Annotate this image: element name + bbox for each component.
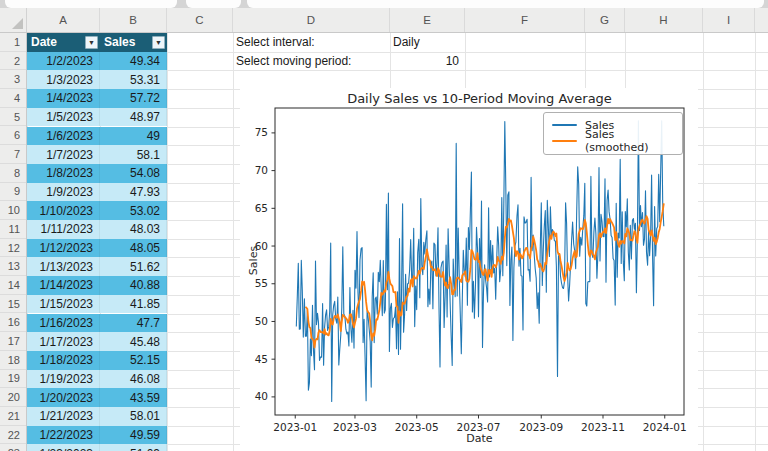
row-header-12[interactable]: 12: [0, 239, 26, 258]
table-cell-date[interactable]: 1/19/2023: [27, 370, 100, 389]
row-header-23[interactable]: 23: [0, 444, 26, 451]
formula-bar[interactable]: [247, 0, 764, 8]
table-cell-sales[interactable]: 46.08: [100, 370, 167, 389]
row-header-11[interactable]: 11: [0, 220, 26, 239]
y-tick-label: 50: [255, 315, 268, 327]
table-cell-sales[interactable]: 49.34: [100, 52, 167, 71]
row-header-8[interactable]: 8: [0, 164, 26, 183]
cell-D1-select-interval-label[interactable]: Select interval:: [233, 33, 390, 52]
table-cell-sales[interactable]: 48.03: [100, 220, 167, 239]
column-header-D[interactable]: D: [233, 8, 390, 32]
legend-item-smoothed: Sales (smoothed): [552, 133, 674, 149]
table-cell-sales[interactable]: 58.01: [100, 407, 167, 426]
row-header-3[interactable]: 3: [0, 70, 26, 89]
table-cell-date[interactable]: 1/12/2023: [27, 239, 100, 258]
chart-y-axis-label: Sales: [247, 236, 260, 286]
row-header-5[interactable]: 5: [0, 108, 26, 127]
table-cell-sales[interactable]: 58.1: [100, 145, 167, 164]
table-cell-date[interactable]: 1/18/2023: [27, 351, 100, 370]
table-cell-date[interactable]: 1/11/2023: [27, 220, 100, 239]
row-header-20[interactable]: 20: [0, 388, 26, 407]
column-header-F[interactable]: F: [465, 8, 585, 32]
table-cell-sales[interactable]: 57.72: [100, 89, 167, 108]
table-cell-sales[interactable]: 47.7: [100, 314, 167, 333]
column-header-I[interactable]: I: [703, 8, 755, 32]
table-cell-date[interactable]: 1/4/2023: [27, 89, 100, 108]
table-cell-sales[interactable]: 48.97: [100, 108, 167, 127]
table-cell-date[interactable]: 1/21/2023: [27, 407, 100, 426]
table-cell-sales[interactable]: 40.88: [100, 276, 167, 295]
row-header-18[interactable]: 18: [0, 351, 26, 370]
sales-chart-object[interactable]: 40455055606570752023-012023-032023-05202…: [240, 88, 698, 451]
row-header-16[interactable]: 16: [0, 314, 26, 333]
row-header-22[interactable]: 22: [0, 426, 26, 445]
table-cell-date[interactable]: 1/17/2023: [27, 332, 100, 351]
table-cell-sales[interactable]: 53.31: [100, 70, 167, 89]
row-header-14[interactable]: 14: [0, 276, 26, 295]
table-cell-date[interactable]: 1/16/2023: [27, 314, 100, 333]
table-cell-date[interactable]: 1/3/2023: [27, 70, 100, 89]
column-header-E[interactable]: E: [390, 8, 465, 32]
name-box[interactable]: [5, 0, 177, 8]
row-header-4[interactable]: 4: [0, 89, 26, 108]
row-header-13[interactable]: 13: [0, 257, 26, 276]
select-all-triangle-icon: [12, 18, 23, 29]
y-tick-label: 75: [255, 126, 268, 138]
row-header-19[interactable]: 19: [0, 370, 26, 389]
column-header-B[interactable]: B: [100, 8, 167, 32]
row-header-9[interactable]: 9: [0, 183, 26, 202]
table-cell-sales[interactable]: 48.05: [100, 239, 167, 258]
column-header-H[interactable]: H: [625, 8, 703, 32]
row-header-21[interactable]: 21: [0, 407, 26, 426]
y-tick-label: 40: [255, 390, 268, 402]
table-cell-sales[interactable]: 41.85: [100, 295, 167, 314]
row-header-17[interactable]: 17: [0, 332, 26, 351]
table-cell-date[interactable]: 1/7/2023: [27, 145, 100, 164]
table-cell-date[interactable]: 1/6/2023: [27, 127, 100, 146]
table-cell-date[interactable]: 1/20/2023: [27, 388, 100, 407]
column-headers: ABCDEFGHI: [0, 8, 768, 33]
table-cell-sales[interactable]: 53.02: [100, 201, 167, 220]
table-cell-sales[interactable]: 45.48: [100, 332, 167, 351]
table-cell-sales[interactable]: 49.59: [100, 426, 167, 445]
table-cell-date[interactable]: 1/22/2023: [27, 426, 100, 445]
table-cell-sales[interactable]: 51.09: [100, 444, 167, 451]
table-cell-sales[interactable]: 54.08: [100, 164, 167, 183]
table-cell-sales[interactable]: 49: [100, 127, 167, 146]
table-header-date[interactable]: Date▼: [27, 33, 100, 52]
table-cell-sales[interactable]: 47.93: [100, 183, 167, 202]
table-cell-date[interactable]: 1/15/2023: [27, 295, 100, 314]
filter-dropdown-button-date[interactable]: ▼: [85, 36, 98, 49]
cell-E1-interval-value[interactable]: Daily: [390, 33, 465, 52]
table-cell-date[interactable]: 1/23/2023: [27, 444, 100, 451]
column-header-C[interactable]: C: [167, 8, 233, 32]
y-tick-label: 65: [255, 202, 268, 214]
table-header-sales[interactable]: Sales▼: [100, 33, 167, 52]
table-cell-date[interactable]: 1/14/2023: [27, 276, 100, 295]
row-header-6[interactable]: 6: [0, 127, 26, 146]
row-header-7[interactable]: 7: [0, 145, 26, 164]
table-cell-sales[interactable]: 52.15: [100, 351, 167, 370]
row-header-1[interactable]: 1: [0, 33, 26, 52]
table-cell-date[interactable]: 1/5/2023: [27, 108, 100, 127]
column-header-G[interactable]: G: [585, 8, 625, 32]
column-header-A[interactable]: A: [27, 8, 100, 32]
table-cell-date[interactable]: 1/9/2023: [27, 183, 100, 202]
row-header-2[interactable]: 2: [0, 52, 26, 71]
cell-E2-moving-period-value[interactable]: 10: [390, 52, 465, 71]
row-header-15[interactable]: 15: [0, 295, 26, 314]
row-header-10[interactable]: 10: [0, 201, 26, 220]
table-cell-date[interactable]: 1/10/2023: [27, 201, 100, 220]
table-cell-date[interactable]: 1/13/2023: [27, 257, 100, 276]
legend-line-smoothed-icon: [552, 140, 577, 142]
chart-x-axis-label: Date: [275, 432, 684, 445]
table-cell-sales[interactable]: 43.59: [100, 388, 167, 407]
cell-D2-moving-period-label[interactable]: Select moving period:: [233, 52, 390, 71]
table-cell-date[interactable]: 1/2/2023: [27, 52, 100, 71]
filter-dropdown-button-sales[interactable]: ▼: [152, 36, 165, 49]
table-cell-sales[interactable]: 51.62: [100, 257, 167, 276]
toolbar-strip: [0, 0, 768, 8]
table-cell-date[interactable]: 1/8/2023: [27, 164, 100, 183]
fx-insert-function-button[interactable]: [186, 0, 241, 8]
select-all-corner[interactable]: [0, 8, 27, 32]
